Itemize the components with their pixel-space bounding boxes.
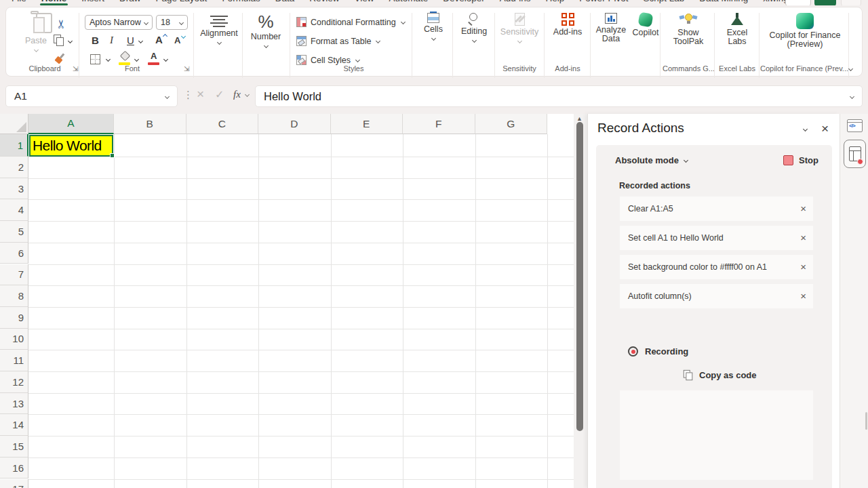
menu-tab-review[interactable]: Review [302, 0, 347, 5]
number-button[interactable]: % Number [245, 13, 287, 47]
mode-chevron-icon[interactable] [684, 157, 688, 162]
font-color-chevron-icon[interactable] [163, 57, 168, 62]
fill-handle[interactable] [110, 153, 115, 158]
select-all-corner[interactable] [0, 114, 28, 134]
excel-labs-button[interactable]: Excel Labs [718, 13, 756, 46]
script-lab-code-icon[interactable]: </> [847, 119, 863, 132]
borders-icon[interactable] [90, 54, 100, 64]
menu-tab-help[interactable]: Help [538, 0, 572, 5]
row-header-7[interactable]: 7 [0, 264, 28, 286]
column-header-f[interactable]: F [403, 114, 475, 134]
insert-function-icon[interactable]: fx [233, 89, 241, 100]
cell-styles-button[interactable]: Cell Styles [296, 55, 359, 65]
row-header-9[interactable]: 9 [0, 307, 28, 329]
row-header-6[interactable]: 6 [0, 243, 28, 264]
row-header-12[interactable]: 12 [0, 371, 28, 393]
menu-tab-file[interactable]: File [4, 0, 34, 5]
menu-tab-draw[interactable]: Draw [112, 0, 149, 5]
italic-button[interactable]: I [110, 35, 113, 46]
copilot-button[interactable]: Copilot [630, 13, 661, 37]
paste-button[interactable]: Paste [18, 13, 54, 52]
row-header-4[interactable]: 4 [0, 199, 28, 221]
row-header-2[interactable]: 2 [0, 157, 28, 178]
shrink-font-button[interactable]: A [174, 35, 180, 45]
fill-color-chevron-icon[interactable] [134, 57, 139, 62]
menu-tab-formulas[interactable]: Formulas [214, 0, 267, 5]
borders-chevron-icon[interactable] [106, 57, 111, 62]
stop-button[interactable]: Stop [783, 155, 818, 165]
copy-chevron-icon[interactable] [68, 39, 73, 43]
row-header-14[interactable]: 14 [0, 414, 28, 436]
comments-button[interactable] [785, 0, 811, 5]
formula-bar-drag-dots-icon[interactable]: ⋮ [183, 89, 193, 101]
fill-color-icon[interactable] [120, 51, 131, 62]
editing-button[interactable]: Editing [455, 13, 493, 42]
analyze-data-button[interactable]: Analyze Data [593, 13, 629, 43]
menu-tab-automate[interactable]: Automate [381, 0, 435, 5]
row-header-13[interactable]: 13 [0, 393, 28, 415]
row-header-5[interactable]: 5 [0, 221, 28, 243]
mode-dropdown[interactable]: Absolute mode [615, 155, 679, 165]
menu-tab-add-ins[interactable]: Add-ins [492, 0, 538, 5]
menu-tab-insert[interactable]: Insert [74, 0, 112, 5]
column-header-e[interactable]: E [331, 114, 403, 134]
format-as-table-button[interactable]: Format as Table [296, 36, 380, 46]
menu-tab-data-mining[interactable]: Data Mining [692, 0, 755, 5]
row-header-10[interactable]: 10 [0, 329, 28, 350]
formula-bar-expand-chevron-icon[interactable] [850, 94, 854, 98]
menu-tab-script-lab[interactable]: Script Lab [635, 0, 692, 5]
titlebar-more-button[interactable] [841, 0, 861, 5]
pane-close-icon[interactable]: × [821, 121, 829, 136]
name-box[interactable]: A1 [5, 85, 178, 107]
cancel-entry-icon[interactable]: × [197, 87, 204, 102]
pane-collapse-chevron-icon[interactable] [803, 127, 808, 131]
copilot-finance-button[interactable]: Copilot for Finance (Preview) [764, 13, 846, 49]
row-header-17[interactable]: 17 [0, 479, 28, 488]
font-name-combo[interactable]: Aptos Narrow [85, 15, 153, 30]
remove-action-icon[interactable]: × [800, 203, 806, 214]
scrollbar-thumb[interactable] [576, 122, 583, 431]
spreadsheet-grid[interactable]: ABCDEFG 1234567891011121314151617 Hello … [0, 114, 587, 488]
record-actions-rail-button[interactable] [844, 140, 866, 168]
bold-button[interactable]: B [92, 35, 99, 46]
column-header-d[interactable]: D [258, 114, 331, 134]
copy-icon[interactable] [54, 35, 64, 46]
remove-action-icon[interactable]: × [800, 290, 806, 302]
row-header-1[interactable]: 1 [0, 134, 28, 157]
clipboard-dialog-launcher-icon[interactable]: ⇲ [73, 66, 78, 73]
row-header-16[interactable]: 16 [0, 458, 28, 479]
show-toolpak-button[interactable]: Show ToolPak [665, 13, 711, 46]
alignment-button[interactable]: Alignment [199, 13, 239, 44]
remove-action-icon[interactable]: × [800, 261, 806, 272]
column-header-g[interactable]: G [475, 114, 548, 134]
menu-tab-page-layout[interactable]: Page Layout [149, 0, 215, 5]
menu-tab-home[interactable]: Home [34, 0, 75, 5]
copy-as-code-button[interactable]: Copy as code [683, 369, 757, 381]
menu-tab-power-pivot[interactable]: Power Pivot [572, 0, 635, 5]
remove-action-icon[interactable]: × [800, 232, 806, 243]
row-header-8[interactable]: 8 [0, 285, 28, 307]
column-header-a[interactable]: A [28, 114, 114, 134]
underline-button[interactable]: U [127, 35, 134, 46]
cells-button[interactable]: Cells [416, 13, 451, 40]
ribbon-collapse-chevron-icon[interactable] [848, 66, 853, 71]
cut-icon[interactable]: ✂ [54, 19, 68, 28]
row-header-15[interactable]: 15 [0, 436, 28, 458]
scroll-up-arrow-icon[interactable]: ▲ [576, 115, 583, 122]
vertical-scrollbar[interactable]: ▲ [574, 114, 587, 488]
column-header-c[interactable]: C [186, 114, 259, 134]
column-header-b[interactable]: B [114, 114, 186, 134]
grow-font-button[interactable]: A [155, 34, 163, 45]
font-size-combo[interactable]: 18 [156, 15, 188, 30]
menu-tab-developer[interactable]: Developer [435, 0, 492, 5]
formula-input[interactable]: Hello World [255, 85, 863, 107]
font-color-button[interactable]: A [151, 51, 157, 61]
menu-tab-view[interactable]: View [347, 0, 381, 5]
row-header-11[interactable]: 11 [0, 350, 28, 371]
confirm-entry-icon[interactable]: ✓ [215, 88, 224, 101]
underline-chevron-icon[interactable] [138, 39, 143, 43]
active-cell-a1[interactable]: Hello World [29, 135, 113, 157]
conditional-formatting-button[interactable]: Conditional Formatting [296, 17, 405, 27]
row-header-3[interactable]: 3 [0, 178, 28, 200]
add-ins-button[interactable]: Add-ins [547, 13, 588, 37]
